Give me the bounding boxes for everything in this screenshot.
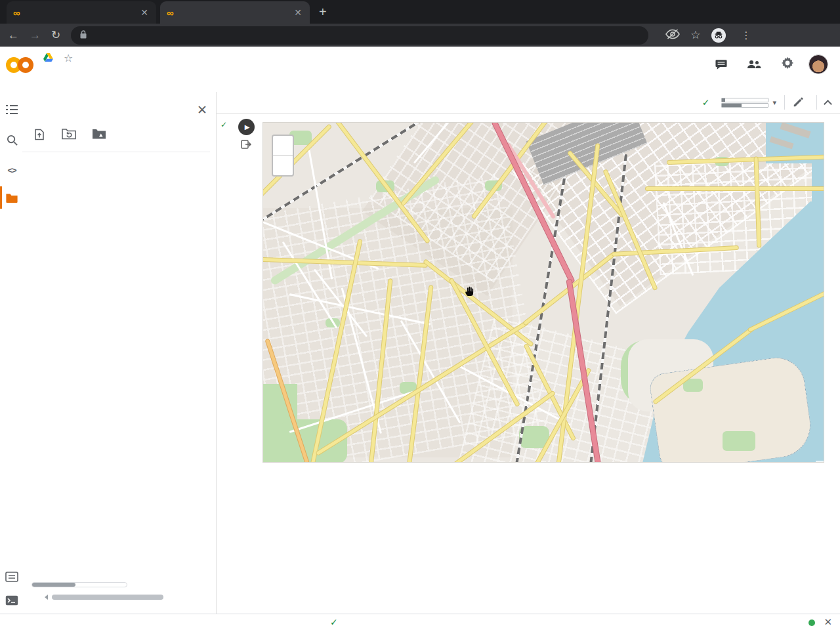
ram-meter (721, 98, 768, 102)
run-cell-button[interactable]: ▶ (238, 119, 255, 135)
leaflet-attribution[interactable] (816, 461, 824, 462)
zoom-out-button[interactable] (273, 156, 293, 175)
star-icon[interactable]: ☆ (64, 52, 73, 64)
browser-tab-1[interactable]: ∞ ✕ (7, 1, 156, 24)
zoom-in-button[interactable] (273, 136, 293, 156)
collapse-toolbar-icon[interactable] (824, 100, 832, 108)
active-rail-indicator (0, 186, 2, 209)
notebook-toolbar: ✓ ▾ (217, 92, 840, 114)
scroll-left-icon[interactable] (45, 595, 48, 600)
ram-disk-indicator[interactable]: ▾ (717, 97, 776, 108)
bookmark-star-icon[interactable]: ☆ (690, 30, 700, 41)
open-output-icon[interactable] (240, 138, 252, 153)
browser-tabstrip: ∞ ✕ ∞ ✕ + (0, 0, 840, 24)
notebook-content: ✓ ▶ (217, 114, 840, 614)
drive-icon (43, 52, 53, 64)
share-button[interactable] (747, 60, 766, 69)
mouse-cursor-hand (464, 285, 475, 299)
incognito-badge (711, 28, 731, 43)
connected-check-icon: ✓ (702, 97, 710, 108)
colab-logo-icon (5, 56, 34, 77)
files-icon[interactable] (5, 190, 19, 205)
chevron-down-icon[interactable]: ▾ (772, 98, 776, 107)
comment-button[interactable] (715, 59, 732, 70)
incognito-icon (711, 28, 726, 43)
tab-close-icon[interactable]: ✕ (139, 7, 150, 18)
eye-off-icon[interactable] (665, 29, 680, 42)
browser-tab-2[interactable]: ∞ ✕ (160, 1, 310, 24)
status-close-icon[interactable]: ✕ (824, 616, 832, 628)
screen: ∞ ✕ ∞ ✕ + ← → ↻ ☆ ⋮ (0, 0, 840, 630)
browser-addressbar: ← → ↻ ☆ ⋮ (0, 24, 840, 47)
new-tab-button[interactable]: + (319, 5, 327, 18)
status-green-dot (808, 620, 815, 626)
colab-header: ☆ (0, 47, 840, 92)
file-tree (22, 152, 217, 158)
settings-gear-icon[interactable] (781, 56, 794, 72)
terminal-icon[interactable] (5, 593, 19, 608)
disk-usage (26, 582, 213, 587)
colab-favicon: ∞ (13, 8, 20, 18)
code-snippets-icon[interactable]: <> (5, 163, 19, 177)
sidebar-rail: <> (0, 92, 22, 614)
close-icon[interactable]: ✕ (197, 102, 207, 117)
horizontal-scrollbar[interactable] (45, 593, 235, 602)
map-zoom-control (272, 135, 294, 177)
tab-close-icon[interactable]: ✕ (293, 7, 303, 18)
leaflet-map-output[interactable] (262, 122, 824, 463)
url-bar[interactable] (71, 26, 648, 45)
status-check-icon: ✓ (330, 617, 338, 627)
editing-mode-button[interactable] (793, 97, 808, 108)
browser-menu-icon[interactable]: ⋮ (742, 30, 752, 41)
execution-status-bar: ✓ ✕ (0, 614, 840, 630)
refresh-folder-icon[interactable] (62, 128, 76, 144)
reload-icon[interactable]: ↻ (51, 30, 60, 41)
disk-usage-bar (32, 582, 127, 587)
upload-file-icon[interactable] (33, 128, 46, 144)
panel-icon[interactable] (5, 570, 19, 584)
table-of-contents-icon[interactable] (5, 102, 19, 117)
sidebar: <> ✕ (0, 92, 217, 614)
disk-meter (721, 103, 768, 108)
mount-drive-icon[interactable] (92, 128, 106, 144)
colab-favicon: ∞ (167, 8, 174, 18)
search-icon[interactable] (5, 133, 19, 147)
files-panel: ✕ (22, 92, 217, 614)
scrollbar-thumb[interactable] (52, 595, 163, 600)
lock-icon (80, 30, 87, 41)
back-icon[interactable]: ← (8, 30, 19, 41)
avatar[interactable] (808, 54, 828, 74)
forward-icon[interactable]: → (30, 30, 41, 41)
